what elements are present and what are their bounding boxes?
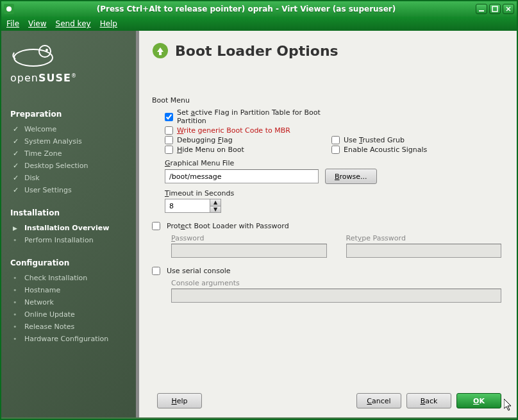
chk-hide-menu[interactable]: Hide Menu on Boot <box>165 146 331 154</box>
logo: openSUSE® <box>10 40 133 84</box>
svg-point-1 <box>6 6 12 12</box>
sidebar-item-disk[interactable]: Disk <box>10 174 133 182</box>
sidebar-item-label: Disk <box>24 174 40 182</box>
sidebar-item-label: System Analysis <box>24 137 82 146</box>
chk-protect-password[interactable]: Protect Boot Loader with Password <box>152 222 501 230</box>
timeout-input[interactable] <box>165 199 210 213</box>
bullet-icon <box>13 335 19 343</box>
chk-debug-flag[interactable]: Debugging Flag <box>165 136 331 144</box>
check-icon <box>13 174 19 182</box>
sidebar-section-head: Configuration <box>10 258 133 267</box>
menubar: File View Send key Help <box>1 17 517 31</box>
chk-write-mbr[interactable]: Write generic Boot Code to MBR <box>165 126 331 135</box>
titlebar[interactable]: (Press Ctrl+Alt to release pointer) opra… <box>1 1 517 17</box>
menu-sendkey[interactable]: Send key <box>56 19 91 28</box>
close-button[interactable] <box>503 4 514 14</box>
boot-menu-label: Boot Menu <box>152 96 501 105</box>
sidebar-resize-handle[interactable] <box>137 249 138 260</box>
retype-label: Retype Password <box>346 234 502 242</box>
sidebar-item-system-analysis[interactable]: System Analysis <box>10 137 133 146</box>
logo-text-open: open <box>10 72 38 84</box>
chk-serial-console[interactable]: Use serial console <box>152 267 501 275</box>
window-title: (Press Ctrl+Alt to release pointer) opra… <box>17 4 476 13</box>
sidebar-item-user-settings[interactable]: User Settings <box>10 186 133 194</box>
password-label: Password <box>171 234 327 242</box>
sidebar-section-head: Installation <box>10 208 133 217</box>
sidebar-item-online-update[interactable]: Online Update <box>10 310 133 319</box>
sidebar-item-hostname[interactable]: Hostname <box>10 286 133 294</box>
sidebar-section-head: Preparation <box>10 110 133 119</box>
sidebar-item-release-notes[interactable]: Release Notes <box>10 323 133 331</box>
sidebar-item-label: Hardware Configuration <box>24 335 108 343</box>
console-args-label: Console arguments <box>171 279 501 287</box>
chk-active-flag[interactable]: Set active Flag in Partition Table for B… <box>165 108 331 125</box>
app-icon <box>4 4 14 14</box>
bootloader-icon <box>152 42 169 59</box>
bullet-icon <box>13 274 19 282</box>
sidebar: openSUSE® PreparationWelcomeSystem Analy… <box>1 31 139 417</box>
svg-point-6 <box>14 49 53 66</box>
sidebar-item-label: Desktop Selection <box>24 162 88 170</box>
menu-help[interactable]: Help <box>100 19 117 28</box>
sidebar-item-label: Welcome <box>24 125 56 133</box>
sidebar-item-network[interactable]: Network <box>10 298 133 307</box>
sidebar-item-label: Network <box>24 298 54 307</box>
sidebar-item-label: Perform Installation <box>24 236 94 244</box>
sidebar-item-label: User Settings <box>24 186 72 194</box>
menu-file[interactable]: File <box>6 19 19 28</box>
sidebar-item-check-installation[interactable]: Check Installation <box>10 274 133 282</box>
main-panel: Boot Loader Options Boot Menu Set active… <box>139 31 517 417</box>
check-icon <box>13 186 19 194</box>
svg-rect-2 <box>479 10 484 12</box>
bullet-icon <box>13 310 19 319</box>
menu-view[interactable]: View <box>28 19 46 28</box>
suse-chameleon-icon <box>10 40 56 68</box>
browse-button[interactable]: Browse... <box>325 169 377 184</box>
page-title: Boot Loader Options <box>175 43 338 59</box>
spin-up[interactable]: ▲ <box>210 199 221 206</box>
sidebar-item-label: Hostname <box>24 286 60 294</box>
sidebar-item-perform-installation[interactable]: Perform Installation <box>10 236 133 244</box>
sidebar-item-hardware-configuration[interactable]: Hardware Configuration <box>10 335 133 343</box>
ok-button[interactable]: OK <box>456 393 501 408</box>
check-icon <box>13 162 19 170</box>
help-button[interactable]: Help <box>157 393 202 408</box>
sidebar-item-label: Check Installation <box>24 274 87 282</box>
sidebar-item-label: Installation Overview <box>24 224 109 232</box>
gmf-label: Graphical Menu File <box>165 159 501 167</box>
sidebar-item-time-zone[interactable]: Time Zone <box>10 149 133 158</box>
svg-point-8 <box>46 49 48 51</box>
arrow-right-icon <box>13 224 19 232</box>
gmf-input[interactable] <box>165 169 319 183</box>
svg-rect-3 <box>492 6 497 12</box>
bullet-icon <box>13 323 19 331</box>
password-input <box>171 244 327 258</box>
bullet-icon <box>13 298 19 307</box>
check-icon <box>13 125 19 133</box>
bullet-icon <box>13 236 19 244</box>
sidebar-item-label: Release Notes <box>24 323 74 331</box>
bullet-icon <box>13 286 19 294</box>
check-icon <box>13 137 19 146</box>
sidebar-item-welcome[interactable]: Welcome <box>10 125 133 133</box>
retype-password-input <box>346 244 502 258</box>
console-args-input <box>171 289 501 303</box>
sidebar-item-label: Online Update <box>24 310 75 319</box>
chk-trusted-grub[interactable]: Use Trusted Grub <box>331 136 501 144</box>
chk-acoustic[interactable]: Enable Acoustic Signals <box>331 146 501 154</box>
spin-down[interactable]: ▼ <box>210 206 221 213</box>
timeout-label: Timeout in Seconds <box>165 189 501 197</box>
sidebar-item-label: Time Zone <box>24 149 62 158</box>
logo-text-suse: SUSE <box>38 72 71 84</box>
maximize-button[interactable] <box>489 4 501 14</box>
sidebar-item-desktop-selection[interactable]: Desktop Selection <box>10 162 133 170</box>
timeout-spinner[interactable]: ▲▼ <box>165 199 221 213</box>
footer: Help Cancel Back OK <box>152 393 501 408</box>
cancel-button[interactable]: Cancel <box>356 393 401 408</box>
check-icon <box>13 149 19 158</box>
sidebar-item-installation-overview[interactable]: Installation Overview <box>10 224 133 232</box>
minimize-button[interactable] <box>476 4 487 14</box>
back-button[interactable]: Back <box>406 393 451 408</box>
